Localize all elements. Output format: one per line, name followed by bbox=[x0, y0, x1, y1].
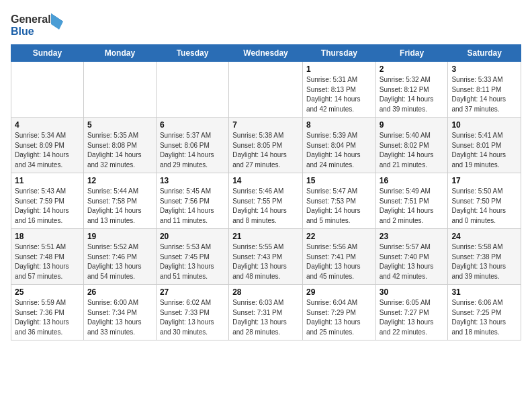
day-header-saturday: Saturday bbox=[448, 45, 521, 62]
day-info: Sunrise: 5:52 AMSunset: 7:46 PMDaylight:… bbox=[87, 242, 152, 281]
calendar-cell: 2Sunrise: 5:32 AMSunset: 8:12 PMDaylight… bbox=[375, 62, 448, 118]
calendar-cell: 18Sunrise: 5:51 AMSunset: 7:48 PMDayligh… bbox=[11, 229, 84, 285]
day-number: 28 bbox=[232, 287, 299, 297]
calendar-cell: 11Sunrise: 5:43 AMSunset: 7:59 PMDayligh… bbox=[11, 173, 84, 229]
day-number: 19 bbox=[87, 232, 152, 241]
day-number: 29 bbox=[306, 287, 372, 297]
day-info: Sunrise: 5:35 AMSunset: 8:08 PMDaylight:… bbox=[87, 131, 152, 170]
day-info: Sunrise: 5:45 AMSunset: 7:56 PMDaylight:… bbox=[160, 187, 225, 226]
svg-text:General: General bbox=[11, 13, 51, 25]
calendar-cell: 27Sunrise: 6:02 AMSunset: 7:33 PMDayligh… bbox=[156, 285, 228, 340]
calendar-week-row: 18Sunrise: 5:51 AMSunset: 7:48 PMDayligh… bbox=[11, 229, 521, 285]
day-number: 23 bbox=[380, 232, 445, 241]
calendar-cell: 22Sunrise: 5:56 AMSunset: 7:41 PMDayligh… bbox=[302, 229, 375, 285]
calendar-cell bbox=[229, 62, 303, 118]
day-number: 16 bbox=[380, 176, 445, 185]
calendar-cell: 28Sunrise: 6:03 AMSunset: 7:31 PMDayligh… bbox=[229, 285, 303, 340]
day-info: Sunrise: 6:03 AMSunset: 7:31 PMDaylight:… bbox=[232, 298, 299, 337]
day-info: Sunrise: 6:04 AMSunset: 7:29 PMDaylight:… bbox=[306, 298, 372, 337]
calendar-cell: 21Sunrise: 5:55 AMSunset: 7:43 PMDayligh… bbox=[229, 229, 303, 285]
logo-icon: GeneralBlue bbox=[11, 11, 64, 38]
day-number: 3 bbox=[451, 64, 517, 74]
calendar-cell: 29Sunrise: 6:04 AMSunset: 7:29 PMDayligh… bbox=[302, 285, 375, 340]
day-number: 21 bbox=[232, 232, 299, 241]
calendar-cell bbox=[156, 62, 228, 118]
day-info: Sunrise: 5:59 AMSunset: 7:36 PMDaylight:… bbox=[15, 298, 80, 337]
day-header-tuesday: Tuesday bbox=[156, 45, 228, 62]
calendar-cell: 6Sunrise: 5:37 AMSunset: 8:06 PMDaylight… bbox=[156, 118, 228, 173]
calendar-week-row: 25Sunrise: 5:59 AMSunset: 7:36 PMDayligh… bbox=[11, 285, 521, 340]
day-number: 11 bbox=[15, 176, 80, 185]
svg-text:Blue: Blue bbox=[11, 26, 34, 37]
calendar-cell: 24Sunrise: 5:58 AMSunset: 7:38 PMDayligh… bbox=[448, 229, 521, 285]
day-number: 13 bbox=[160, 176, 225, 185]
calendar-cell: 19Sunrise: 5:52 AMSunset: 7:46 PMDayligh… bbox=[83, 229, 156, 285]
calendar-cell: 5Sunrise: 5:35 AMSunset: 8:08 PMDaylight… bbox=[83, 118, 156, 173]
day-info: Sunrise: 5:32 AMSunset: 8:12 PMDaylight:… bbox=[380, 75, 445, 114]
calendar-cell: 25Sunrise: 5:59 AMSunset: 7:36 PMDayligh… bbox=[11, 285, 84, 340]
calendar-cell bbox=[11, 62, 84, 118]
calendar-week-row: 11Sunrise: 5:43 AMSunset: 7:59 PMDayligh… bbox=[11, 173, 521, 229]
calendar-cell: 16Sunrise: 5:49 AMSunset: 7:51 PMDayligh… bbox=[375, 173, 448, 229]
day-number: 1 bbox=[306, 64, 372, 74]
day-info: Sunrise: 5:53 AMSunset: 7:45 PMDaylight:… bbox=[160, 242, 225, 281]
day-number: 25 bbox=[15, 287, 80, 297]
day-number: 6 bbox=[160, 120, 225, 130]
day-number: 17 bbox=[451, 176, 517, 185]
day-number: 7 bbox=[232, 120, 299, 130]
day-info: Sunrise: 6:05 AMSunset: 7:27 PMDaylight:… bbox=[380, 298, 445, 337]
day-info: Sunrise: 5:57 AMSunset: 7:40 PMDaylight:… bbox=[380, 242, 445, 281]
day-info: Sunrise: 5:50 AMSunset: 7:50 PMDaylight:… bbox=[451, 187, 517, 226]
logo: GeneralBlue bbox=[11, 11, 64, 38]
day-number: 22 bbox=[306, 232, 372, 241]
day-info: Sunrise: 6:02 AMSunset: 7:33 PMDaylight:… bbox=[160, 298, 225, 337]
day-number: 30 bbox=[380, 287, 445, 297]
day-info: Sunrise: 5:34 AMSunset: 8:09 PMDaylight:… bbox=[15, 131, 80, 170]
day-info: Sunrise: 5:39 AMSunset: 8:04 PMDaylight:… bbox=[306, 131, 372, 170]
calendar-cell: 31Sunrise: 6:06 AMSunset: 7:25 PMDayligh… bbox=[448, 285, 521, 340]
day-info: Sunrise: 5:31 AMSunset: 8:13 PMDaylight:… bbox=[306, 75, 372, 114]
calendar-cell: 8Sunrise: 5:39 AMSunset: 8:04 PMDaylight… bbox=[302, 118, 375, 173]
day-info: Sunrise: 6:06 AMSunset: 7:25 PMDaylight:… bbox=[451, 298, 517, 337]
calendar-cell: 12Sunrise: 5:44 AMSunset: 7:58 PMDayligh… bbox=[83, 173, 156, 229]
day-info: Sunrise: 5:44 AMSunset: 7:58 PMDaylight:… bbox=[87, 187, 152, 226]
day-info: Sunrise: 5:46 AMSunset: 7:55 PMDaylight:… bbox=[232, 187, 299, 226]
day-number: 12 bbox=[87, 176, 152, 185]
day-info: Sunrise: 5:33 AMSunset: 8:11 PMDaylight:… bbox=[451, 75, 517, 114]
day-info: Sunrise: 5:49 AMSunset: 7:51 PMDaylight:… bbox=[380, 187, 445, 226]
day-info: Sunrise: 5:47 AMSunset: 7:53 PMDaylight:… bbox=[306, 187, 372, 226]
day-header-sunday: Sunday bbox=[11, 45, 84, 62]
calendar-cell: 20Sunrise: 5:53 AMSunset: 7:45 PMDayligh… bbox=[156, 229, 228, 285]
day-info: Sunrise: 5:41 AMSunset: 8:01 PMDaylight:… bbox=[451, 131, 517, 170]
calendar-cell: 1Sunrise: 5:31 AMSunset: 8:13 PMDaylight… bbox=[302, 62, 375, 118]
day-number: 4 bbox=[15, 120, 80, 130]
day-number: 9 bbox=[380, 120, 445, 130]
day-number: 14 bbox=[232, 176, 299, 185]
calendar-cell bbox=[83, 62, 156, 118]
calendar-week-row: 1Sunrise: 5:31 AMSunset: 8:13 PMDaylight… bbox=[11, 62, 521, 118]
calendar-table: SundayMondayTuesdayWednesdayThursdayFrid… bbox=[11, 44, 521, 340]
day-info: Sunrise: 5:58 AMSunset: 7:38 PMDaylight:… bbox=[451, 242, 517, 281]
day-info: Sunrise: 5:38 AMSunset: 8:05 PMDaylight:… bbox=[232, 131, 299, 170]
calendar-cell: 9Sunrise: 5:40 AMSunset: 8:02 PMDaylight… bbox=[375, 118, 448, 173]
calendar-cell: 3Sunrise: 5:33 AMSunset: 8:11 PMDaylight… bbox=[448, 62, 521, 118]
day-number: 8 bbox=[306, 120, 372, 130]
day-number: 18 bbox=[15, 232, 80, 241]
calendar-cell: 14Sunrise: 5:46 AMSunset: 7:55 PMDayligh… bbox=[229, 173, 303, 229]
calendar-cell: 23Sunrise: 5:57 AMSunset: 7:40 PMDayligh… bbox=[375, 229, 448, 285]
calendar-cell: 30Sunrise: 6:05 AMSunset: 7:27 PMDayligh… bbox=[375, 285, 448, 340]
day-info: Sunrise: 5:51 AMSunset: 7:48 PMDaylight:… bbox=[15, 242, 80, 281]
day-header-wednesday: Wednesday bbox=[229, 45, 303, 62]
day-number: 15 bbox=[306, 176, 372, 185]
calendar-cell: 7Sunrise: 5:38 AMSunset: 8:05 PMDaylight… bbox=[229, 118, 303, 173]
day-info: Sunrise: 5:56 AMSunset: 7:41 PMDaylight:… bbox=[306, 242, 372, 281]
day-header-thursday: Thursday bbox=[302, 45, 375, 62]
calendar-week-row: 4Sunrise: 5:34 AMSunset: 8:09 PMDaylight… bbox=[11, 118, 521, 173]
day-number: 27 bbox=[160, 287, 225, 297]
calendar-cell: 13Sunrise: 5:45 AMSunset: 7:56 PMDayligh… bbox=[156, 173, 228, 229]
day-number: 24 bbox=[451, 232, 517, 241]
day-number: 10 bbox=[451, 120, 517, 130]
calendar-cell: 4Sunrise: 5:34 AMSunset: 8:09 PMDaylight… bbox=[11, 118, 84, 173]
day-info: Sunrise: 5:40 AMSunset: 8:02 PMDaylight:… bbox=[380, 131, 445, 170]
calendar-cell: 17Sunrise: 5:50 AMSunset: 7:50 PMDayligh… bbox=[448, 173, 521, 229]
